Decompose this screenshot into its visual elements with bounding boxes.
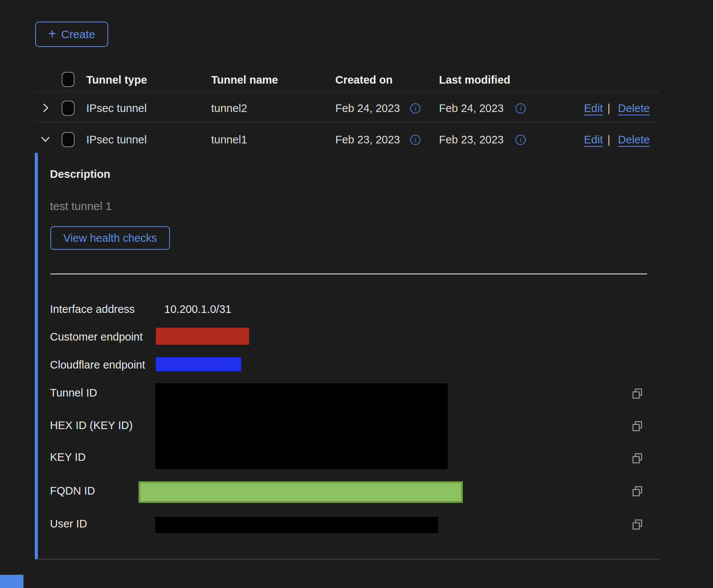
cell-tunnel-type: IPsec tunnel [86,102,147,115]
copy-icon [630,518,644,532]
delete-link-tunnel2[interactable]: Delete [618,102,650,115]
user-id-label: User ID [50,518,87,530]
cell-tunnel-name: tunnel2 [211,102,247,115]
copy-icon [630,485,644,498]
created-on-info-icon[interactable]: i [410,135,420,145]
copy-icon [630,387,644,401]
interface-address-label: Interface address [50,303,135,316]
select-all-checkbox[interactable] [62,72,75,87]
row-checkbox-tunnel2[interactable] [62,101,75,116]
panel-bottom-divider [35,559,659,560]
row-divider [35,122,659,122]
cell-tunnel-name: tunnel1 [211,134,247,146]
create-button-label: Create [61,28,95,41]
create-tunnel-button[interactable]: + Create [35,22,108,47]
panel-accent-bar [35,153,38,559]
view-health-checks-button[interactable]: View health checks [50,226,170,250]
cell-created-on: Feb 24, 2023 [335,102,400,115]
interface-address-value: 10.200.1.0/31 [164,303,231,316]
column-header-tunnel-name: Tunnel name [211,74,278,86]
customer-endpoint-redaction [156,328,249,345]
plus-icon: + [48,27,56,40]
edit-link-tunnel2[interactable]: Edit [584,102,603,115]
header-divider [35,91,659,92]
cloudflare-endpoint-redaction [156,357,241,371]
last-modified-info-icon[interactable]: i [515,103,526,114]
copy-icon [630,452,644,465]
cell-last-modified: Feb 23, 2023 [439,134,504,146]
copy-icon [630,420,644,433]
cloudflare-endpoint-label: Cloudflare endpoint [50,359,145,371]
hex-id-label: HEX ID (KEY ID) [50,419,133,432]
action-separator: | [607,102,610,115]
panel-divider [50,274,647,274]
delete-link-tunnel1[interactable]: Delete [618,134,650,146]
copy-user-id-button[interactable] [630,518,644,532]
copy-hex-id-button[interactable] [630,420,644,433]
description-value: test tunnel 1 [50,200,112,213]
copy-key-id-button[interactable] [630,452,644,465]
fqdn-id-label: FQDN ID [50,485,95,497]
row-checkbox-tunnel1[interactable] [62,132,75,147]
description-heading: Description [50,168,111,180]
chevron-right-icon[interactable] [39,102,51,114]
cell-created-on: Feb 23, 2023 [335,134,400,146]
copy-fqdn-id-button[interactable] [630,485,644,498]
bottom-left-accent [0,575,23,588]
cell-last-modified: Feb 24, 2023 [439,102,504,115]
tunnel-id-label: Tunnel ID [50,387,97,399]
last-modified-info-icon[interactable]: i [515,135,526,145]
created-on-info-icon[interactable]: i [410,103,420,114]
key-id-label: KEY ID [50,451,86,464]
chevron-down-icon[interactable] [39,133,51,145]
ipsec-tunnels-page: + Create Tunnel type Tunnel name Created… [0,0,713,588]
fqdn-id-redaction [139,481,463,503]
action-separator: | [607,134,610,146]
edit-link-tunnel1[interactable]: Edit [584,134,603,146]
customer-endpoint-label: Customer endpoint [50,331,143,343]
cell-tunnel-type: IPsec tunnel [86,134,147,146]
column-header-last-modified: Last modified [439,74,511,86]
column-header-created-on: Created on [335,74,392,86]
copy-tunnel-id-button[interactable] [630,387,644,401]
user-id-redaction [155,517,438,533]
ids-redaction-block [155,383,448,469]
column-header-tunnel-type: Tunnel type [86,74,147,86]
